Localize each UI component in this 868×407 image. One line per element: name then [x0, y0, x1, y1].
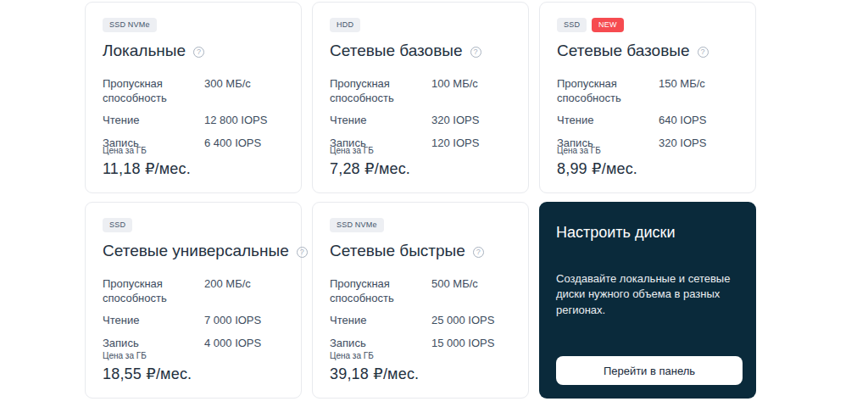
- spec-value: 12 800 IOPS: [204, 113, 284, 127]
- spec-label: Чтение: [103, 113, 204, 127]
- spec-row-read: Чтение 7 000 IOPS: [103, 313, 284, 327]
- spec-value: 200 МБ/с: [204, 276, 284, 291]
- card-title-text: Сетевые универсальные: [103, 243, 289, 260]
- card-title-text: Сетевые базовые: [557, 42, 690, 60]
- price-label: Цена за ГБ: [103, 351, 192, 360]
- spec-value: 320 IOPS: [431, 113, 511, 127]
- spec-label: Запись: [103, 336, 204, 350]
- spec-row-bandwidth: Пропускная способность 200 МБ/с: [103, 276, 284, 306]
- go-to-panel-button[interactable]: Перейти в панель: [556, 356, 743, 385]
- price-block: Цена за ГБ 39,18 ₽/мес.: [330, 351, 419, 383]
- card-title: Сетевые универсальные ?: [103, 243, 284, 260]
- badge-row: HDD: [330, 18, 511, 32]
- promo-description: Создавайте локальные и сетевые диски нуж…: [556, 271, 743, 318]
- spec-value: 25 000 IOPS: [431, 313, 511, 327]
- spec-label: Пропускная способность: [330, 276, 431, 306]
- disk-type-badge: SSD: [557, 18, 587, 32]
- help-icon[interactable]: ?: [473, 247, 484, 258]
- badge-row: SSD NEW: [557, 18, 738, 32]
- badge-row: SSD NVMe: [330, 218, 511, 232]
- spec-value: 300 МБ/с: [204, 76, 284, 91]
- price-value: 39,18 ₽/мес.: [330, 365, 419, 383]
- spec-value: 7 000 IOPS: [204, 313, 284, 327]
- spec-value: 640 IOPS: [659, 113, 738, 127]
- spec-row-read: Чтение 12 800 IOPS: [103, 113, 284, 127]
- disk-type-badge: SSD: [103, 218, 132, 232]
- spec-label: Пропускная способность: [557, 76, 659, 106]
- disk-type-badge: SSD NVMe: [103, 18, 157, 32]
- help-icon[interactable]: ?: [193, 47, 204, 58]
- price-label: Цена за ГБ: [103, 146, 191, 155]
- price-block: Цена за ГБ 7,28 ₽/мес.: [330, 146, 410, 178]
- help-icon[interactable]: ?: [698, 47, 709, 58]
- spec-row-bandwidth: Пропускная способность 100 МБ/с: [330, 76, 511, 106]
- price-label: Цена за ГБ: [330, 351, 419, 360]
- spec-row-write: Запись 4 000 IOPS: [103, 336, 284, 350]
- spec-label: Чтение: [330, 313, 431, 327]
- spec-value: 100 МБ/с: [431, 76, 511, 91]
- badge-row: SSD: [103, 218, 284, 232]
- spec-label: Пропускная способность: [330, 76, 431, 106]
- card-title-text: Сетевые базовые: [330, 42, 463, 60]
- spec-label: Запись: [330, 336, 431, 350]
- spec-value: 6 400 IOPS: [204, 136, 284, 150]
- disk-type-badge: HDD: [330, 18, 360, 32]
- spec-row-bandwidth: Пропускная способность 300 МБ/с: [103, 76, 284, 106]
- spec-row-read: Чтение 640 IOPS: [557, 113, 738, 127]
- card-title: Сетевые базовые ?: [557, 42, 738, 60]
- disk-type-badge: SSD NVMe: [330, 218, 384, 232]
- spec-label: Пропускная способность: [103, 276, 204, 306]
- spec-value: 320 IOPS: [659, 136, 738, 150]
- spec-row-bandwidth: Пропускная способность 150 МБ/с: [557, 76, 738, 106]
- price-value: 7,28 ₽/мес.: [330, 159, 410, 178]
- disk-card-network-basic-hdd: HDD Сетевые базовые ? Пропускная способн…: [312, 2, 529, 193]
- help-icon[interactable]: ?: [470, 47, 481, 58]
- spec-row-read: Чтение 320 IOPS: [330, 113, 511, 127]
- card-title: Сетевые быстрые ?: [330, 243, 511, 260]
- disk-card-network-universal: SSD Сетевые универсальные ? Пропускная с…: [85, 202, 302, 399]
- price-label: Цена за ГБ: [557, 146, 637, 155]
- promo-title: Настроить диски: [556, 224, 743, 242]
- badge-row: SSD NVMe: [103, 18, 284, 32]
- price-value: 11,18 ₽/мес.: [103, 159, 191, 178]
- spec-row-write: Запись 15 000 IOPS: [330, 336, 511, 350]
- help-icon[interactable]: ?: [297, 247, 308, 258]
- disk-card-network-basic-ssd: SSD NEW Сетевые базовые ? Пропускная спо…: [539, 2, 756, 193]
- disk-card-network-fast: SSD NVMe Сетевые быстрые ? Пропускная сп…: [312, 202, 529, 399]
- price-label: Цена за ГБ: [330, 146, 410, 155]
- disk-pricing-grid: SSD NVMe Локальные ? Пропускная способно…: [85, 2, 756, 399]
- spec-row-bandwidth: Пропускная способность 500 МБ/с: [330, 276, 511, 306]
- card-title-text: Локальные: [103, 42, 186, 60]
- spec-label: Чтение: [103, 313, 204, 327]
- spec-value: 120 IOPS: [431, 136, 511, 150]
- card-title: Сетевые базовые ?: [330, 42, 511, 60]
- card-title: Локальные ?: [103, 42, 284, 60]
- spec-value: 4 000 IOPS: [204, 336, 284, 350]
- spec-value: 150 МБ/с: [659, 76, 738, 91]
- price-block: Цена за ГБ 18,55 ₽/мес.: [103, 351, 192, 383]
- price-value: 8,99 ₽/мес.: [557, 159, 637, 178]
- spec-label: Пропускная способность: [103, 76, 204, 106]
- price-block: Цена за ГБ 11,18 ₽/мес.: [103, 146, 191, 178]
- price-value: 18,55 ₽/мес.: [103, 365, 192, 383]
- spec-row-read: Чтение 25 000 IOPS: [330, 313, 511, 327]
- configure-disks-promo-card: Настроить диски Создавайте локальные и с…: [539, 202, 756, 399]
- spec-label: Чтение: [557, 113, 659, 127]
- spec-value: 500 МБ/с: [431, 276, 511, 291]
- card-title-text: Сетевые быстрые: [330, 243, 465, 260]
- new-badge: NEW: [592, 18, 624, 32]
- spec-value: 15 000 IOPS: [431, 336, 511, 350]
- price-block: Цена за ГБ 8,99 ₽/мес.: [557, 146, 637, 178]
- spec-label: Чтение: [330, 113, 431, 127]
- disk-card-local: SSD NVMe Локальные ? Пропускная способно…: [85, 2, 302, 193]
